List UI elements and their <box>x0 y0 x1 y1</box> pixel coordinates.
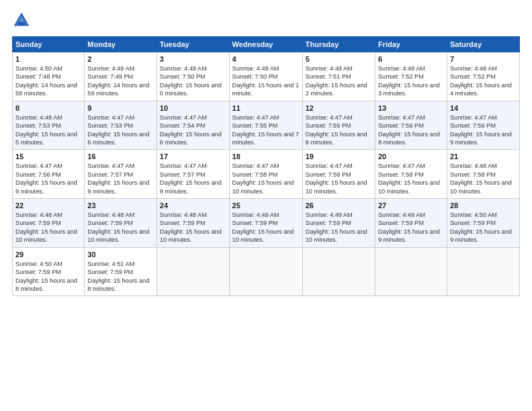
day-number: 21 <box>450 152 517 161</box>
calendar-body: 1Sunrise: 4:50 AMSunset: 7:48 PMDaylight… <box>13 52 520 296</box>
day-number: 15 <box>15 152 81 161</box>
calendar-cell: 16Sunrise: 4:47 AMSunset: 7:57 PMDayligh… <box>85 150 157 199</box>
day-number: 26 <box>306 201 372 210</box>
day-number: 7 <box>450 55 517 63</box>
logo <box>12 11 34 30</box>
day-number: 4 <box>232 55 300 63</box>
day-number: 2 <box>87 55 154 63</box>
day-number: 5 <box>306 55 372 63</box>
day-info: Sunrise: 4:50 AMSunset: 7:59 PMDaylight:… <box>450 212 512 243</box>
day-number: 30 <box>87 250 154 259</box>
calendar-cell: 21Sunrise: 4:48 AMSunset: 7:58 PMDayligh… <box>447 150 519 199</box>
calendar-cell: 19Sunrise: 4:47 AMSunset: 7:58 PMDayligh… <box>302 150 375 199</box>
day-number: 25 <box>232 201 300 210</box>
day-info: Sunrise: 4:48 AMSunset: 7:58 PMDaylight:… <box>450 163 512 194</box>
day-info: Sunrise: 4:47 AMSunset: 7:57 PMDaylight:… <box>87 163 149 194</box>
day-number: 29 <box>15 250 81 259</box>
calendar-cell: 27Sunrise: 4:49 AMSunset: 7:59 PMDayligh… <box>375 199 447 248</box>
calendar-cell: 11Sunrise: 4:47 AMSunset: 7:55 PMDayligh… <box>229 101 302 150</box>
page: SundayMondayTuesdayWednesdayThursdayFrid… <box>0 0 532 411</box>
column-header-thursday: Thursday <box>302 37 375 52</box>
calendar-cell: 26Sunrise: 4:49 AMSunset: 7:59 PMDayligh… <box>302 199 375 248</box>
calendar-cell: 8Sunrise: 4:48 AMSunset: 7:53 PMDaylight… <box>13 101 85 150</box>
day-number: 14 <box>450 104 517 112</box>
week-row-1: 1Sunrise: 4:50 AMSunset: 7:48 PMDaylight… <box>13 52 520 101</box>
day-info: Sunrise: 4:48 AMSunset: 7:59 PMDaylight:… <box>87 212 149 243</box>
day-info: Sunrise: 4:49 AMSunset: 7:59 PMDaylight:… <box>306 212 367 243</box>
day-number: 13 <box>378 104 444 112</box>
calendar-cell: 29Sunrise: 4:50 AMSunset: 7:59 PMDayligh… <box>13 247 85 296</box>
calendar-cell: 24Sunrise: 4:48 AMSunset: 7:59 PMDayligh… <box>157 199 229 248</box>
day-info: Sunrise: 4:48 AMSunset: 7:52 PMDaylight:… <box>450 65 512 97</box>
column-header-row: SundayMondayTuesdayWednesdayThursdayFrid… <box>13 37 520 52</box>
day-number: 11 <box>232 104 300 112</box>
week-row-5: 29Sunrise: 4:50 AMSunset: 7:59 PMDayligh… <box>13 247 520 296</box>
day-info: Sunrise: 4:47 AMSunset: 7:54 PMDaylight:… <box>160 114 222 146</box>
calendar-cell: 6Sunrise: 4:48 AMSunset: 7:52 PMDaylight… <box>375 52 447 101</box>
day-info: Sunrise: 4:47 AMSunset: 7:58 PMDaylight:… <box>306 163 367 194</box>
day-number: 12 <box>306 104 372 112</box>
day-number: 6 <box>378 55 444 63</box>
calendar-cell: 12Sunrise: 4:47 AMSunset: 7:55 PMDayligh… <box>302 101 375 150</box>
calendar-cell: 30Sunrise: 4:51 AMSunset: 7:59 PMDayligh… <box>85 247 157 296</box>
day-info: Sunrise: 4:48 AMSunset: 7:52 PMDaylight:… <box>378 65 440 97</box>
calendar-cell <box>447 247 519 296</box>
day-number: 22 <box>15 201 81 210</box>
calendar-cell <box>229 247 302 296</box>
day-number: 9 <box>87 104 154 112</box>
column-header-saturday: Saturday <box>447 37 519 52</box>
day-info: Sunrise: 4:50 AMSunset: 7:59 PMDaylight:… <box>15 261 77 292</box>
calendar-cell: 10Sunrise: 4:47 AMSunset: 7:54 PMDayligh… <box>157 101 229 150</box>
day-info: Sunrise: 4:47 AMSunset: 7:56 PMDaylight:… <box>15 163 77 194</box>
column-header-monday: Monday <box>85 37 157 52</box>
calendar-cell: 23Sunrise: 4:48 AMSunset: 7:59 PMDayligh… <box>85 199 157 248</box>
day-info: Sunrise: 4:47 AMSunset: 7:55 PMDaylight:… <box>232 114 300 146</box>
calendar-cell: 18Sunrise: 4:47 AMSunset: 7:58 PMDayligh… <box>229 150 302 199</box>
day-info: Sunrise: 4:49 AMSunset: 7:50 PMDaylight:… <box>232 65 300 97</box>
day-info: Sunrise: 4:47 AMSunset: 7:56 PMDaylight:… <box>450 114 512 146</box>
day-info: Sunrise: 4:47 AMSunset: 7:53 PMDaylight:… <box>87 114 149 146</box>
calendar-cell: 25Sunrise: 4:49 AMSunset: 7:59 PMDayligh… <box>229 199 302 248</box>
day-number: 28 <box>450 201 517 210</box>
calendar-cell: 7Sunrise: 4:48 AMSunset: 7:52 PMDaylight… <box>447 52 519 101</box>
calendar-cell: 9Sunrise: 4:47 AMSunset: 7:53 PMDaylight… <box>85 101 157 150</box>
day-number: 8 <box>15 104 81 112</box>
day-info: Sunrise: 4:48 AMSunset: 7:59 PMDaylight:… <box>15 212 77 243</box>
day-number: 23 <box>87 201 154 210</box>
calendar-cell <box>302 247 375 296</box>
calendar-cell <box>157 247 229 296</box>
day-number: 19 <box>306 152 372 161</box>
calendar-cell <box>375 247 447 296</box>
calendar-cell: 1Sunrise: 4:50 AMSunset: 7:48 PMDaylight… <box>13 52 85 101</box>
column-header-wednesday: Wednesday <box>229 37 302 52</box>
column-header-sunday: Sunday <box>13 37 85 52</box>
calendar-cell: 3Sunrise: 4:49 AMSunset: 7:50 PMDaylight… <box>157 52 229 101</box>
calendar-table: SundayMondayTuesdayWednesdayThursdayFrid… <box>12 36 520 296</box>
day-number: 20 <box>378 152 444 161</box>
day-info: Sunrise: 4:47 AMSunset: 7:55 PMDaylight:… <box>306 114 367 146</box>
day-info: Sunrise: 4:49 AMSunset: 7:59 PMDaylight:… <box>378 212 440 243</box>
day-info: Sunrise: 4:47 AMSunset: 7:58 PMDaylight:… <box>232 163 294 194</box>
calendar-cell: 28Sunrise: 4:50 AMSunset: 7:59 PMDayligh… <box>447 199 519 248</box>
day-number: 3 <box>160 55 226 63</box>
column-header-tuesday: Tuesday <box>157 37 229 52</box>
day-info: Sunrise: 4:51 AMSunset: 7:59 PMDaylight:… <box>87 261 149 292</box>
svg-rect-2 <box>17 22 25 25</box>
day-number: 24 <box>160 201 226 210</box>
calendar-cell: 5Sunrise: 4:48 AMSunset: 7:51 PMDaylight… <box>302 52 375 101</box>
day-number: 27 <box>378 201 444 210</box>
calendar-cell: 22Sunrise: 4:48 AMSunset: 7:59 PMDayligh… <box>13 199 85 248</box>
day-info: Sunrise: 4:49 AMSunset: 7:50 PMDaylight:… <box>160 65 222 97</box>
day-number: 10 <box>160 104 226 112</box>
day-info: Sunrise: 4:48 AMSunset: 7:53 PMDaylight:… <box>15 114 77 146</box>
calendar-cell: 15Sunrise: 4:47 AMSunset: 7:56 PMDayligh… <box>13 150 85 199</box>
calendar-cell: 20Sunrise: 4:47 AMSunset: 7:58 PMDayligh… <box>375 150 447 199</box>
week-row-3: 15Sunrise: 4:47 AMSunset: 7:56 PMDayligh… <box>13 150 520 199</box>
header <box>12 11 520 30</box>
day-info: Sunrise: 4:47 AMSunset: 7:58 PMDaylight:… <box>378 163 440 194</box>
day-info: Sunrise: 4:47 AMSunset: 7:57 PMDaylight:… <box>160 163 222 194</box>
column-header-friday: Friday <box>375 37 447 52</box>
calendar-cell: 4Sunrise: 4:49 AMSunset: 7:50 PMDaylight… <box>229 52 302 101</box>
logo-icon <box>12 11 31 30</box>
day-number: 16 <box>87 152 154 161</box>
